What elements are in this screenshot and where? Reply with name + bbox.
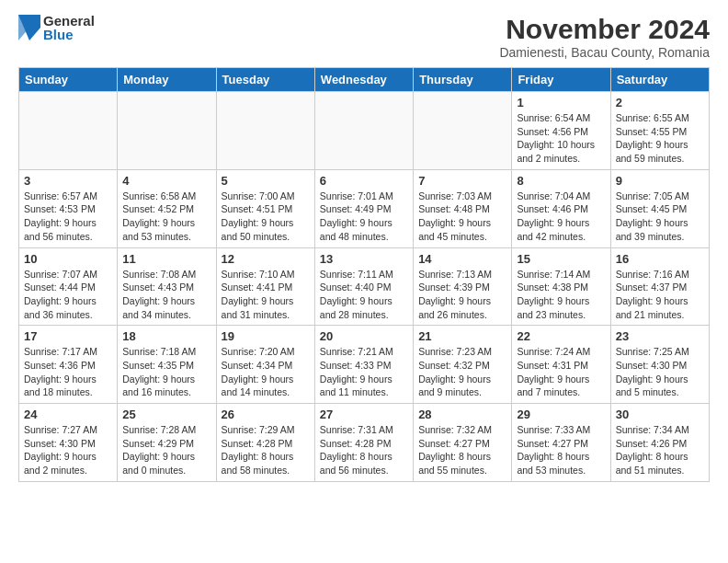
day-number-16: 16 — [616, 252, 704, 266]
calendar-cell-w1d6: 1Sunrise: 6:54 AM Sunset: 4:56 PM Daylig… — [512, 92, 610, 170]
calendar-cell-w1d7: 2Sunrise: 6:55 AM Sunset: 4:55 PM Daylig… — [610, 92, 709, 170]
calendar-cell-w4d1: 17Sunrise: 7:17 AM Sunset: 4:36 PM Dayli… — [19, 326, 118, 404]
day-number-8: 8 — [517, 174, 605, 188]
location-subtitle: Damienesti, Bacau County, Romania — [499, 45, 710, 60]
day-number-28: 28 — [418, 408, 506, 421]
calendar-cell-w3d3: 12Sunrise: 7:10 AM Sunset: 4:41 PM Dayli… — [216, 247, 314, 326]
calendar-week-3: 10Sunrise: 7:07 AM Sunset: 4:44 PM Dayli… — [19, 247, 710, 326]
day-number-9: 9 — [616, 174, 704, 188]
header: General Blue November 2024 Damienesti, B… — [18, 14, 710, 60]
calendar-week-5: 24Sunrise: 7:27 AM Sunset: 4:30 PM Dayli… — [19, 404, 710, 482]
day-info-9: Sunrise: 7:05 AM Sunset: 4:45 PM Dayligh… — [616, 190, 704, 244]
day-info-28: Sunrise: 7:32 AM Sunset: 4:27 PM Dayligh… — [418, 423, 506, 477]
calendar-cell-w3d1: 10Sunrise: 7:07 AM Sunset: 4:44 PM Dayli… — [19, 247, 118, 326]
logo-icon — [18, 15, 40, 40]
day-info-2: Sunrise: 6:55 AM Sunset: 4:55 PM Dayligh… — [616, 111, 704, 166]
day-info-5: Sunrise: 7:00 AM Sunset: 4:51 PM Dayligh… — [222, 190, 310, 244]
day-number-6: 6 — [320, 174, 408, 188]
calendar-cell-w4d5: 21Sunrise: 7:23 AM Sunset: 4:32 PM Dayli… — [414, 326, 512, 404]
day-number-11: 11 — [122, 252, 210, 266]
day-info-7: Sunrise: 7:03 AM Sunset: 4:48 PM Dayligh… — [418, 190, 506, 244]
calendar-cell-w2d7: 9Sunrise: 7:05 AM Sunset: 4:45 PM Daylig… — [610, 169, 709, 247]
calendar-cell-w3d7: 16Sunrise: 7:16 AM Sunset: 4:37 PM Dayli… — [610, 247, 709, 326]
calendar-cell-w2d3: 5Sunrise: 7:00 AM Sunset: 4:51 PM Daylig… — [216, 169, 314, 247]
calendar-cell-w5d1: 24Sunrise: 7:27 AM Sunset: 4:30 PM Dayli… — [19, 404, 118, 482]
calendar-cell-w5d3: 26Sunrise: 7:29 AM Sunset: 4:28 PM Dayli… — [216, 404, 314, 482]
day-number-4: 4 — [122, 174, 210, 188]
day-info-29: Sunrise: 7:33 AM Sunset: 4:27 PM Dayligh… — [517, 423, 605, 477]
calendar-cell-w5d6: 29Sunrise: 7:33 AM Sunset: 4:27 PM Dayli… — [512, 404, 610, 482]
day-info-27: Sunrise: 7:31 AM Sunset: 4:28 PM Dayligh… — [320, 423, 408, 477]
day-info-22: Sunrise: 7:24 AM Sunset: 4:31 PM Dayligh… — [517, 345, 605, 399]
day-number-20: 20 — [320, 329, 408, 343]
day-number-17: 17 — [24, 329, 112, 343]
day-info-19: Sunrise: 7:20 AM Sunset: 4:34 PM Dayligh… — [222, 345, 310, 399]
day-info-30: Sunrise: 7:34 AM Sunset: 4:26 PM Dayligh… — [616, 423, 704, 477]
calendar-cell-w2d1: 3Sunrise: 6:57 AM Sunset: 4:53 PM Daylig… — [19, 169, 118, 247]
calendar-cell-w5d4: 27Sunrise: 7:31 AM Sunset: 4:28 PM Dayli… — [314, 404, 413, 482]
calendar-cell-w1d4 — [314, 92, 413, 170]
day-number-24: 24 — [24, 408, 112, 421]
day-number-29: 29 — [517, 408, 605, 421]
header-saturday: Saturday — [610, 68, 709, 92]
calendar-cell-w2d2: 4Sunrise: 6:58 AM Sunset: 4:52 PM Daylig… — [118, 169, 216, 247]
calendar-cell-w1d3 — [216, 92, 314, 170]
day-number-7: 7 — [418, 174, 506, 188]
day-number-19: 19 — [222, 329, 310, 343]
day-number-23: 23 — [616, 329, 704, 343]
day-info-16: Sunrise: 7:16 AM Sunset: 4:37 PM Dayligh… — [616, 268, 704, 322]
calendar-cell-w3d5: 14Sunrise: 7:13 AM Sunset: 4:39 PM Dayli… — [414, 247, 512, 326]
logo-general-text: General — [43, 14, 95, 28]
day-info-1: Sunrise: 6:54 AM Sunset: 4:56 PM Dayligh… — [517, 111, 605, 166]
calendar-cell-w2d5: 7Sunrise: 7:03 AM Sunset: 4:48 PM Daylig… — [414, 169, 512, 247]
month-title: November 2024 — [499, 14, 710, 45]
header-friday: Friday — [512, 68, 610, 92]
day-info-10: Sunrise: 7:07 AM Sunset: 4:44 PM Dayligh… — [24, 268, 112, 322]
day-info-24: Sunrise: 7:27 AM Sunset: 4:30 PM Dayligh… — [24, 423, 112, 477]
calendar-week-4: 17Sunrise: 7:17 AM Sunset: 4:36 PM Dayli… — [19, 326, 710, 404]
calendar-week-2: 3Sunrise: 6:57 AM Sunset: 4:53 PM Daylig… — [19, 169, 710, 247]
day-info-15: Sunrise: 7:14 AM Sunset: 4:38 PM Dayligh… — [517, 268, 605, 322]
day-info-20: Sunrise: 7:21 AM Sunset: 4:33 PM Dayligh… — [320, 345, 408, 399]
title-block: November 2024 Damienesti, Bacau County, … — [499, 14, 710, 60]
header-thursday: Thursday — [414, 68, 512, 92]
calendar-header-row: Sunday Monday Tuesday Wednesday Thursday… — [19, 68, 710, 92]
day-number-1: 1 — [517, 96, 605, 109]
calendar-cell-w1d1 — [19, 92, 118, 170]
calendar-cell-w5d2: 25Sunrise: 7:28 AM Sunset: 4:29 PM Dayli… — [118, 404, 216, 482]
day-number-5: 5 — [222, 174, 310, 188]
day-number-2: 2 — [616, 96, 704, 109]
calendar-cell-w1d2 — [118, 92, 216, 170]
day-info-8: Sunrise: 7:04 AM Sunset: 4:46 PM Dayligh… — [517, 190, 605, 244]
day-number-10: 10 — [24, 252, 112, 266]
day-info-3: Sunrise: 6:57 AM Sunset: 4:53 PM Dayligh… — [24, 190, 112, 244]
day-number-26: 26 — [222, 408, 310, 421]
calendar-cell-w4d6: 22Sunrise: 7:24 AM Sunset: 4:31 PM Dayli… — [512, 326, 610, 404]
calendar-cell-w3d4: 13Sunrise: 7:11 AM Sunset: 4:40 PM Dayli… — [314, 247, 413, 326]
day-number-12: 12 — [222, 252, 310, 266]
day-info-21: Sunrise: 7:23 AM Sunset: 4:32 PM Dayligh… — [418, 345, 506, 399]
header-sunday: Sunday — [19, 68, 118, 92]
day-number-14: 14 — [418, 252, 506, 266]
calendar-table: Sunday Monday Tuesday Wednesday Thursday… — [18, 67, 710, 482]
calendar-cell-w4d4: 20Sunrise: 7:21 AM Sunset: 4:33 PM Dayli… — [314, 326, 413, 404]
day-info-4: Sunrise: 6:58 AM Sunset: 4:52 PM Dayligh… — [122, 190, 210, 244]
day-info-18: Sunrise: 7:18 AM Sunset: 4:35 PM Dayligh… — [122, 345, 210, 399]
day-number-3: 3 — [24, 174, 112, 188]
day-number-18: 18 — [122, 329, 210, 343]
calendar-cell-w1d5 — [414, 92, 512, 170]
header-monday: Monday — [118, 68, 216, 92]
day-number-15: 15 — [517, 252, 605, 266]
day-info-26: Sunrise: 7:29 AM Sunset: 4:28 PM Dayligh… — [222, 423, 310, 477]
day-number-27: 27 — [320, 408, 408, 421]
calendar-week-1: 1Sunrise: 6:54 AM Sunset: 4:56 PM Daylig… — [19, 92, 710, 170]
calendar-cell-w5d5: 28Sunrise: 7:32 AM Sunset: 4:27 PM Dayli… — [414, 404, 512, 482]
day-info-11: Sunrise: 7:08 AM Sunset: 4:43 PM Dayligh… — [122, 268, 210, 322]
day-info-25: Sunrise: 7:28 AM Sunset: 4:29 PM Dayligh… — [122, 423, 210, 477]
calendar-cell-w3d2: 11Sunrise: 7:08 AM Sunset: 4:43 PM Dayli… — [118, 247, 216, 326]
logo-blue-text: Blue — [43, 28, 95, 41]
day-info-17: Sunrise: 7:17 AM Sunset: 4:36 PM Dayligh… — [24, 345, 112, 399]
day-number-13: 13 — [320, 252, 408, 266]
logo: General Blue — [18, 14, 95, 41]
day-number-22: 22 — [517, 329, 605, 343]
